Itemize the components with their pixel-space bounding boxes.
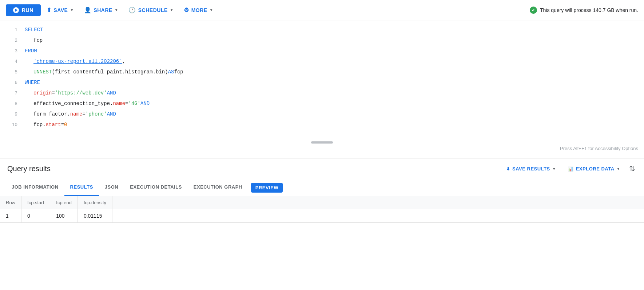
schedule-button[interactable]: 🕐 SCHEDULE ▼ bbox=[124, 4, 178, 16]
col-header-fcp-density: fcp.density bbox=[77, 196, 112, 209]
tab-results[interactable]: RESULTS bbox=[64, 179, 99, 196]
line-number-9: 9 bbox=[6, 109, 17, 120]
keyword-select: SELECT bbox=[25, 25, 43, 35]
schedule-icon: 🕐 bbox=[128, 7, 136, 13]
tab-preview[interactable]: PREVIEW bbox=[251, 183, 283, 193]
table-header-row: Row fcp.start fcp.end fcp.density bbox=[0, 196, 644, 209]
code-name-8: name bbox=[113, 98, 125, 109]
tab-json[interactable]: JSON bbox=[99, 179, 124, 196]
accessibility-hint: Press Alt+F1 for Accessibility Options bbox=[560, 144, 638, 154]
code-line-1: 1 SELECT bbox=[0, 25, 644, 35]
query-info-area: This query will process 140.7 GB when ru… bbox=[530, 7, 638, 14]
code-line-10: 10 fcp. start = 0 bbox=[0, 120, 644, 130]
cell-fcp-density-1: 0.01115 bbox=[77, 209, 112, 223]
line-number-6: 6 bbox=[6, 78, 17, 88]
keyword-and-9: AND bbox=[107, 109, 116, 119]
table-row: 1 0 100 0.01115 bbox=[0, 209, 644, 223]
save-results-label: SAVE RESULTS bbox=[512, 166, 550, 172]
keyword-and-7: AND bbox=[107, 88, 116, 98]
results-title: Query results bbox=[7, 165, 51, 173]
code-line-3: 3 FROM bbox=[0, 46, 644, 56]
string-webdev: 'https://web.dev' bbox=[55, 88, 107, 98]
cell-row-1: 1 bbox=[0, 209, 21, 223]
save-results-chevron-icon: ▼ bbox=[552, 167, 556, 171]
code-origin: origin bbox=[33, 88, 52, 98]
share-button[interactable]: 👤 SHARE ▼ bbox=[80, 4, 123, 16]
string-phone: 'phone' bbox=[86, 109, 107, 119]
results-actions: ⬇ SAVE RESULTS ▼ 📊 EXPLORE DATA ▼ ⇅ bbox=[502, 163, 637, 174]
explore-data-chevron-icon: ▼ bbox=[617, 167, 620, 171]
col-header-fcp-end: fcp.end bbox=[50, 196, 78, 209]
code-fcp: fcp bbox=[33, 35, 43, 45]
check-circle-icon bbox=[530, 7, 537, 14]
code-line-5: 5 UNNEST (first_contentful_paint.histogr… bbox=[0, 67, 644, 77]
run-button[interactable]: RUN bbox=[6, 4, 41, 16]
results-table: Row fcp.start fcp.end fcp.density 1 0 10… bbox=[0, 196, 644, 290]
code-editor[interactable]: 1 SELECT 2 fcp 3 FROM 4 `chrome-ux-repor… bbox=[0, 20, 644, 158]
cell-empty-1 bbox=[112, 209, 644, 223]
col-header-row: Row bbox=[0, 196, 21, 209]
keyword-where: WHERE bbox=[25, 77, 40, 88]
save-chevron-icon: ▼ bbox=[70, 8, 73, 12]
table-ref: `chrome-ux-report.all.202206` bbox=[33, 56, 122, 67]
data-table: Row fcp.start fcp.end fcp.density 1 0 10… bbox=[0, 196, 644, 223]
keyword-and-8: AND bbox=[140, 98, 150, 109]
keyword-from: FROM bbox=[25, 46, 37, 56]
code-name-9: name bbox=[70, 109, 83, 119]
cell-fcp-end-1: 100 bbox=[50, 209, 78, 223]
more-button[interactable]: ⚙ MORE ▼ bbox=[179, 4, 218, 16]
line-number-7: 7 bbox=[6, 88, 17, 98]
col-header-empty bbox=[112, 196, 644, 209]
more-icon: ⚙ bbox=[184, 7, 189, 13]
expand-button[interactable]: ⇅ bbox=[628, 163, 637, 174]
line-number-8: 8 bbox=[6, 99, 17, 109]
tabs-bar: JOB INFORMATION RESULTS JSON EXECUTION D… bbox=[0, 179, 644, 196]
line-number-2: 2 bbox=[6, 36, 17, 46]
code-line-9: 9 form_factor. name = 'phone' AND bbox=[0, 109, 644, 120]
code-start: start bbox=[46, 120, 61, 130]
results-section: Query results ⬇ SAVE RESULTS ▼ 📊 EXPLORE… bbox=[0, 158, 644, 290]
play-icon bbox=[13, 7, 19, 13]
more-chevron-icon: ▼ bbox=[210, 8, 213, 12]
expand-icon: ⇅ bbox=[629, 164, 635, 173]
tab-job-information[interactable]: JOB INFORMATION bbox=[6, 179, 64, 196]
code-line-7: 7 origin = 'https://web.dev' AND bbox=[0, 88, 644, 98]
code-line-8: 8 effective_connection_type. name = '4G'… bbox=[0, 98, 644, 109]
keyword-unnest: UNNEST bbox=[33, 67, 52, 77]
share-icon: 👤 bbox=[84, 7, 92, 13]
save-results-icon: ⬇ bbox=[506, 166, 510, 172]
explore-data-button[interactable]: 📊 EXPLORE DATA ▼ bbox=[563, 163, 625, 174]
schedule-chevron-icon: ▼ bbox=[170, 8, 174, 12]
explore-data-icon: 📊 bbox=[568, 166, 574, 172]
query-info-text: This query will process 140.7 GB when ru… bbox=[540, 7, 638, 13]
save-label: SAVE bbox=[53, 7, 68, 13]
share-chevron-icon: ▼ bbox=[115, 8, 118, 12]
results-header: Query results ⬇ SAVE RESULTS ▼ 📊 EXPLORE… bbox=[0, 158, 644, 179]
tab-execution-details[interactable]: EXECUTION DETAILS bbox=[124, 179, 188, 196]
keyword-as: AS bbox=[168, 67, 174, 77]
code-line-6: 6 WHERE bbox=[0, 77, 644, 88]
run-label: RUN bbox=[22, 7, 33, 13]
more-label: MORE bbox=[191, 7, 207, 13]
code-line-4: 4 `chrome-ux-report.all.202206` , bbox=[0, 56, 644, 67]
cell-fcp-start-1: 0 bbox=[21, 209, 50, 223]
string-4g: '4G' bbox=[128, 98, 140, 109]
schedule-label: SCHEDULE bbox=[138, 7, 168, 13]
code-line-2: 2 fcp bbox=[0, 35, 644, 46]
toolbar: RUN ⬆ SAVE ▼ 👤 SHARE ▼ 🕐 SCHEDULE ▼ ⚙ MO… bbox=[0, 0, 644, 20]
line-number-4: 4 bbox=[6, 57, 17, 67]
horizontal-scrollbar[interactable] bbox=[311, 141, 333, 144]
tab-execution-graph[interactable]: EXECUTION GRAPH bbox=[188, 179, 248, 196]
line-number-3: 3 bbox=[6, 46, 17, 56]
save-results-button[interactable]: ⬇ SAVE RESULTS ▼ bbox=[502, 163, 561, 174]
code-zero: 0 bbox=[64, 120, 67, 130]
share-label: SHARE bbox=[94, 7, 112, 13]
line-number-5: 5 bbox=[6, 67, 17, 77]
save-button[interactable]: ⬆ SAVE ▼ bbox=[42, 4, 78, 16]
explore-data-label: EXPLORE DATA bbox=[576, 166, 615, 172]
line-number-10: 10 bbox=[6, 120, 17, 130]
line-number-1: 1 bbox=[6, 25, 17, 35]
col-header-fcp-start: fcp.start bbox=[21, 196, 50, 209]
save-icon: ⬆ bbox=[47, 7, 52, 13]
